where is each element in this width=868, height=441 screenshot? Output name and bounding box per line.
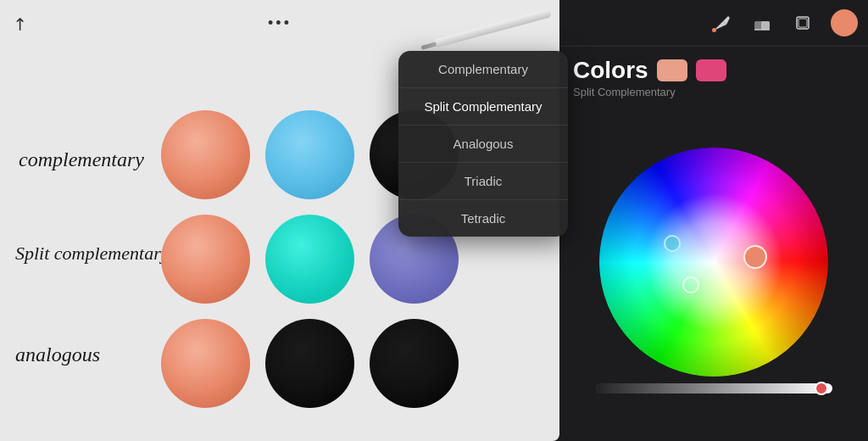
brightness-thumb[interactable] xyxy=(815,382,828,395)
color-wheel-canvas[interactable] xyxy=(599,148,828,377)
swatch-pink[interactable] xyxy=(696,59,726,81)
label-complementary: complementary xyxy=(19,148,144,171)
brush-icon[interactable] xyxy=(709,10,734,36)
harmony-dropdown[interactable]: Complementary Split Complementary Analog… xyxy=(398,51,568,237)
circle-split-2 xyxy=(265,215,354,304)
svg-rect-5 xyxy=(798,19,807,27)
dropdown-item-triadic[interactable]: Triadic xyxy=(398,163,568,200)
eraser-icon[interactable] xyxy=(749,10,775,36)
wheel-marker-main[interactable] xyxy=(743,245,767,269)
dropdown-item-tetradic[interactable]: Tetradic xyxy=(398,200,568,237)
circle-analog-3 xyxy=(370,319,459,408)
circle-comp-2 xyxy=(265,110,354,199)
color-wheel-container xyxy=(559,103,868,441)
back-arrow-icon[interactable]: ↗ xyxy=(8,11,32,36)
dropdown-item-complementary[interactable]: Complementary xyxy=(398,51,568,88)
layers-icon[interactable] xyxy=(790,10,815,36)
label-analogous: analogous xyxy=(15,343,100,366)
colors-panel: Colors Split Complementary xyxy=(559,0,868,441)
brightness-slider[interactable] xyxy=(595,383,832,394)
label-split-complementary: Split complementary xyxy=(15,242,169,266)
svg-point-0 xyxy=(712,28,716,32)
swatch-peach[interactable] xyxy=(657,59,687,81)
dropdown-item-analogous[interactable]: Analogous xyxy=(398,126,568,163)
dropdown-item-split-complementary[interactable]: Split Complementary xyxy=(398,88,568,126)
panel-toolbar xyxy=(559,0,868,47)
panel-header: Colors Split Complementary xyxy=(559,47,868,103)
panel-title: Colors xyxy=(573,57,854,84)
active-color-swatch[interactable] xyxy=(831,9,858,36)
panel-subtitle: Split Complementary xyxy=(573,86,854,98)
circle-comp-1 xyxy=(161,110,250,199)
circle-split-1 xyxy=(161,215,250,304)
more-options-icon[interactable]: ••• xyxy=(268,14,292,32)
wheel-marker-secondary1[interactable] xyxy=(664,235,681,252)
circle-analog-2 xyxy=(265,319,354,408)
wheel-marker-secondary2[interactable] xyxy=(682,276,699,293)
color-wheel[interactable] xyxy=(599,148,828,377)
svg-rect-2 xyxy=(761,21,770,30)
circle-analog-1 xyxy=(161,319,250,408)
